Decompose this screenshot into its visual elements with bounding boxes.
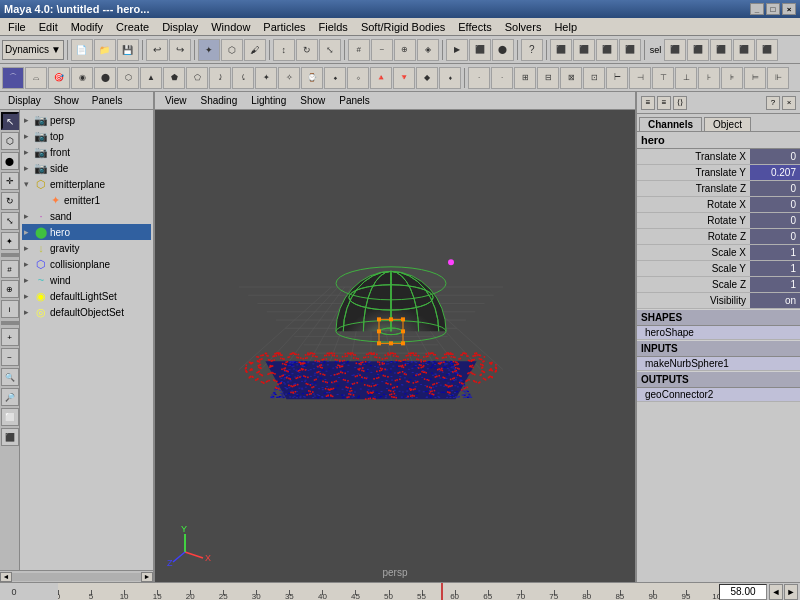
tree-item-gravity[interactable]: ▸ ↓ gravity (22, 240, 151, 256)
poly-tool1[interactable]: ▲ (140, 67, 162, 89)
dynamics-tool14[interactable]: ⊩ (767, 67, 789, 89)
channel-row-vis[interactable]: Visibility on (637, 293, 800, 309)
timeline-ruler[interactable]: 0510152025303540455055606570758085909510… (58, 583, 719, 601)
rotate-icon[interactable]: ↻ (1, 192, 19, 210)
grid-minus-icon[interactable]: − (1, 348, 19, 366)
dynamics-tool6[interactable]: ⊡ (583, 67, 605, 89)
menu-effects[interactable]: Effects (452, 20, 497, 34)
question-btn[interactable]: ? (521, 39, 543, 61)
channel-row-tz[interactable]: Translate Z 0 (637, 181, 800, 197)
curve-tool4[interactable]: ◉ (71, 67, 93, 89)
paint-select-icon[interactable]: ⬤ (1, 152, 19, 170)
channel-row-sy[interactable]: Scale Y 1 (637, 261, 800, 277)
menu-modify[interactable]: Modify (65, 20, 109, 34)
outliner-panels-menu[interactable]: Panels (86, 94, 129, 107)
deform-tool2[interactable]: ⤹ (232, 67, 254, 89)
zoom-icon[interactable]: 🔍 (1, 368, 19, 386)
surface-tool1[interactable]: ⬤ (94, 67, 116, 89)
expand-icon[interactable]: ▸ (24, 243, 32, 253)
dynamics-tool10[interactable]: ⊥ (675, 67, 697, 89)
sel1[interactable]: ⬛ (664, 39, 686, 61)
dynamics-dropdown[interactable]: Dynamics ▼ (2, 40, 64, 60)
dynamics-tool12[interactable]: ⊧ (721, 67, 743, 89)
snap-curve[interactable]: ~ (371, 39, 393, 61)
lasso-tool[interactable]: ⬡ (221, 39, 243, 61)
dynamics-tool8[interactable]: ⊣ (629, 67, 651, 89)
anim-tool6[interactable]: ◆ (416, 67, 438, 89)
tree-item-emitterplane[interactable]: ▾ ⬡ emitterplane (22, 176, 151, 192)
dynamics-tool2[interactable]: · (491, 67, 513, 89)
channel-row-ty[interactable]: Translate Y 0.207 (637, 165, 800, 181)
new-button[interactable]: 📄 (71, 39, 93, 61)
channel-row-sx[interactable]: Scale X 1 (637, 245, 800, 261)
render-button[interactable]: ▶ (446, 39, 468, 61)
expand-icon[interactable]: ▸ (24, 291, 32, 301)
rp-close-icon[interactable]: × (782, 96, 796, 110)
channel-row-rx[interactable]: Rotate X 0 (637, 197, 800, 213)
rotate-tool[interactable]: ↻ (296, 39, 318, 61)
surface-tool2[interactable]: ⬡ (117, 67, 139, 89)
magnet-icon[interactable]: ⊕ (1, 280, 19, 298)
scale-icon[interactable]: ⤡ (1, 212, 19, 230)
cam-btn4[interactable]: ⬛ (619, 39, 641, 61)
scroll-left[interactable]: ◄ (0, 572, 12, 582)
timeline-prev[interactable]: ◄ (769, 584, 783, 600)
channel-value-sz[interactable]: 1 (750, 277, 800, 292)
viewport-shading-menu[interactable]: Shading (195, 94, 244, 107)
tab-object[interactable]: Object (704, 117, 751, 131)
anim-tool2[interactable]: ⬥ (324, 67, 346, 89)
expand-icon[interactable]: ▸ (24, 115, 32, 125)
menu-softrigidbodies[interactable]: Soft/Rigid Bodies (355, 20, 451, 34)
lasso-icon[interactable]: ⬡ (1, 132, 19, 150)
snap-icon[interactable]: # (1, 260, 19, 278)
scene-canvas[interactable] (155, 110, 635, 582)
menu-help[interactable]: Help (548, 20, 583, 34)
h-scrollbar[interactable]: ◄ ► (0, 570, 153, 582)
channel-value-tz[interactable]: 0 (750, 181, 800, 196)
redo-button[interactable]: ↪ (169, 39, 191, 61)
poly-tool3[interactable]: ⬠ (186, 67, 208, 89)
expand-icon[interactable]: ▸ (24, 211, 32, 221)
frame-icon[interactable]: ⬜ (1, 408, 19, 426)
move-icon[interactable]: ✛ (1, 172, 19, 190)
menu-display[interactable]: Display (156, 20, 204, 34)
curve-tool3[interactable]: 🎯 (48, 67, 70, 89)
expand-icon[interactable]: ▾ (24, 179, 32, 189)
makenurbsphere-item[interactable]: makeNurbSphere1 (637, 357, 800, 371)
channel-value-rx[interactable]: 0 (750, 197, 800, 212)
translate-tool[interactable]: ↕ (273, 39, 295, 61)
timeline-next[interactable]: ► (784, 584, 798, 600)
info-icon[interactable]: i (1, 300, 19, 318)
tree-item-front[interactable]: ▸ 📷 front (22, 144, 151, 160)
viewport-lighting-menu[interactable]: Lighting (245, 94, 292, 107)
hypershade-btn[interactable]: ⬤ (492, 39, 514, 61)
channel-value-sy[interactable]: 1 (750, 261, 800, 276)
channel-row-tx[interactable]: Translate X 0 (637, 149, 800, 165)
menu-window[interactable]: Window (205, 20, 256, 34)
scroll-right[interactable]: ► (141, 572, 153, 582)
rp-icon3[interactable]: ⟨⟩ (673, 96, 687, 110)
select-icon[interactable]: ↖ (1, 112, 19, 130)
viewport-show-menu[interactable]: Show (294, 94, 331, 107)
dynamics-tool3[interactable]: ⊞ (514, 67, 536, 89)
channel-value-sx[interactable]: 1 (750, 245, 800, 260)
menu-fields[interactable]: Fields (313, 20, 354, 34)
dynamics-tool1[interactable]: · (468, 67, 490, 89)
sel5[interactable]: ⬛ (756, 39, 778, 61)
sel3[interactable]: ⬛ (710, 39, 732, 61)
curve-tool1[interactable]: ⌒ (2, 67, 24, 89)
channel-row-sz[interactable]: Scale Z 1 (637, 277, 800, 293)
expand-icon[interactable]: ▸ (24, 163, 32, 173)
cam-btn1[interactable]: ⬛ (550, 39, 572, 61)
dynamics-tool4[interactable]: ⊟ (537, 67, 559, 89)
menu-file[interactable]: File (2, 20, 32, 34)
poly-tool2[interactable]: ⬟ (163, 67, 185, 89)
channel-value-rz[interactable]: 0 (750, 229, 800, 244)
frame2-icon[interactable]: ⬛ (1, 428, 19, 446)
rp-icon1[interactable]: ≡ (641, 96, 655, 110)
anim-tool7[interactable]: ⬧ (439, 67, 461, 89)
tree-item-top[interactable]: ▸ 📷 top (22, 128, 151, 144)
sel2[interactable]: ⬛ (687, 39, 709, 61)
undo-button[interactable]: ↩ (146, 39, 168, 61)
channel-row-rz[interactable]: Rotate Z 0 (637, 229, 800, 245)
